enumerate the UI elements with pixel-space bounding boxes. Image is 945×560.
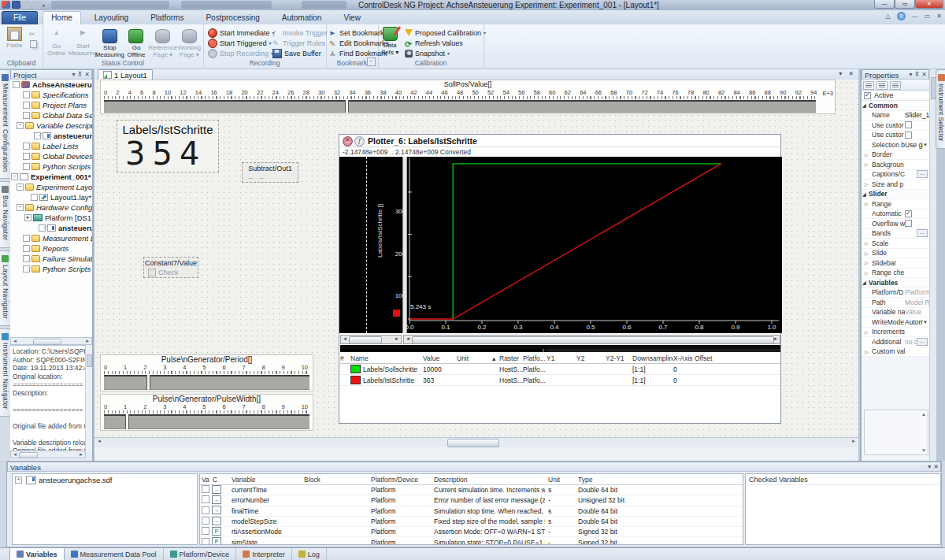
close-icon[interactable]: ✕ bbox=[915, 0, 943, 9]
panel-close-icon[interactable]: ✕ bbox=[84, 71, 90, 79]
variable-checkbox-icon[interactable] bbox=[202, 517, 209, 525]
property-row[interactable]: Path Model Root/Sc ▼ … bbox=[862, 298, 929, 308]
tree-expander-icon[interactable] bbox=[23, 91, 30, 98]
property-row[interactable]: Use custor ▼ … bbox=[862, 131, 929, 141]
property-row[interactable]: Size and p ▼ … bbox=[862, 180, 929, 190]
bottom-tab[interactable]: Log bbox=[292, 548, 327, 560]
active-property-row[interactable]: ✓ Active bbox=[862, 91, 929, 101]
calibration-button[interactable]: Refresh Values bbox=[405, 38, 486, 48]
tree-item[interactable]: ▸ Platform [DS1 bbox=[10, 213, 92, 223]
status-control-button[interactable]: Start Measuring bbox=[70, 29, 95, 58]
pulsewidth-slider-track[interactable] bbox=[104, 414, 309, 429]
property-row[interactable]: Captions/C ▼ … bbox=[862, 170, 929, 180]
variable-row[interactable]: P rtiAssertionMode Platform Assertion Mo… bbox=[200, 527, 743, 537]
status-control-button[interactable]: Go Online bbox=[44, 29, 69, 58]
property-row[interactable]: Overflow w ▼ … bbox=[862, 219, 929, 229]
period-slider-track[interactable] bbox=[104, 375, 309, 390]
property-row[interactable]: Custom val ▼ … bbox=[862, 347, 929, 358]
variable-row[interactable]: P simState Platform Simulation state: ST… bbox=[200, 537, 743, 545]
signal-column-header[interactable]: ▴ bbox=[492, 354, 499, 362]
ribbon-tab[interactable]: Automation bbox=[273, 11, 331, 24]
ribbon-collapse-icon[interactable]: △ bbox=[886, 13, 891, 20]
tree-expander-icon[interactable] bbox=[23, 265, 30, 273]
record-indicator-icon[interactable] bbox=[343, 136, 353, 146]
property-row[interactable]: Additional no connecti ▼ … bbox=[862, 337, 929, 347]
plot-pane-divider[interactable] bbox=[402, 157, 407, 333]
tree-expander-icon[interactable] bbox=[31, 194, 38, 201]
tree-expander-icon[interactable] bbox=[23, 102, 30, 109]
recording-button[interactable]: Trigger Rules bbox=[272, 38, 332, 48]
categorized-view-icon[interactable] bbox=[863, 81, 874, 90]
info-vscrollbar[interactable] bbox=[85, 345, 92, 451]
tree-expander-icon[interactable] bbox=[23, 255, 30, 262]
tree-expander-icon[interactable]: − bbox=[17, 122, 24, 129]
signal-column-header[interactable]: Unit bbox=[457, 354, 492, 362]
app-icon[interactable] bbox=[2, 1, 10, 9]
signal-column-header[interactable]: # bbox=[340, 354, 350, 362]
plot-main-hscrollbar[interactable]: ◄► bbox=[403, 335, 780, 344]
period-slider-instrument[interactable]: Pulse\nGenerator/Period[] 012345678910 bbox=[100, 354, 313, 391]
canvas-hscrollbar[interactable]: ◄ ► bbox=[94, 437, 858, 447]
tree-expander-icon[interactable]: − bbox=[17, 184, 24, 191]
tree-item[interactable]: Python Scripts bbox=[10, 264, 92, 274]
property-row[interactable]: Use custor ▼ … bbox=[862, 121, 929, 131]
panel-menu-icon[interactable]: ▾ bbox=[928, 463, 931, 471]
panel-menu-icon[interactable]: ▾ bbox=[909, 71, 912, 79]
sollpos-slider-handle[interactable] bbox=[345, 100, 349, 113]
tree-expander-icon[interactable] bbox=[23, 163, 30, 170]
variable-checkbox-icon[interactable] bbox=[202, 506, 209, 514]
property-row[interactable]: Slide ▼ … bbox=[862, 249, 929, 259]
navigator-tab[interactable]: Instrument Navigator bbox=[0, 328, 11, 417]
signal-column-header[interactable]: Y2 bbox=[576, 354, 606, 362]
pulsewidth-slider-instrument[interactable]: Pulse\nGenerator/PulseWidth[] 0123456789… bbox=[100, 394, 313, 431]
panel-pin-icon[interactable]: ⊼ bbox=[914, 71, 919, 79]
redo-icon[interactable] bbox=[32, 1, 41, 9]
navigator-tab[interactable]: Layout Navigator bbox=[0, 250, 11, 326]
istschritte-display-instrument[interactable]: Labels/IstSchritte 354 bbox=[117, 120, 219, 172]
checkbox-icon[interactable] bbox=[148, 269, 156, 276]
property-row[interactable]: Automatic ▼ … bbox=[862, 210, 929, 220]
tree-item[interactable]: Measurement Data bbox=[10, 233, 92, 243]
tree-expander-icon[interactable]: − bbox=[17, 204, 24, 211]
sollpos-slider-track[interactable] bbox=[104, 100, 816, 113]
scroll-down-icon[interactable]: ▼ bbox=[921, 448, 926, 453]
ribbon-tab[interactable]: Layouting bbox=[86, 11, 137, 24]
tree-item[interactable]: − Experiment Layouts bbox=[10, 182, 92, 192]
recording-button[interactable]: Start Immediate ▾ bbox=[208, 28, 275, 38]
save-icon[interactable] bbox=[12, 1, 20, 9]
property-ellipsis-button[interactable]: … bbox=[917, 338, 928, 346]
info-hscrollbar[interactable]: ◄ ► bbox=[10, 451, 86, 458]
signal-column-header[interactable]: Platfo... bbox=[523, 354, 547, 362]
signal-column-header[interactable]: Raster bbox=[499, 354, 523, 362]
property-row[interactable]: WriteMode Automatic ▼ … bbox=[862, 317, 929, 328]
child-restore-icon[interactable]: ▭ bbox=[925, 13, 931, 20]
tree-item[interactable]: Project Plans bbox=[10, 100, 92, 110]
tree-expander-icon[interactable] bbox=[23, 245, 30, 252]
ribbon-tab[interactable]: File bbox=[2, 11, 38, 24]
property-row[interactable]: Scale ▼ … bbox=[862, 239, 929, 249]
active-checkbox-icon[interactable]: ✓ bbox=[864, 92, 871, 99]
tree-expander-icon[interactable] bbox=[23, 235, 30, 242]
property-checkbox-icon[interactable] bbox=[905, 220, 912, 227]
bookmark-dialog-launcher-icon[interactable]: ⌐ bbox=[367, 57, 376, 66]
property-checkbox-icon[interactable] bbox=[905, 210, 912, 217]
variable-row[interactable]: → modelStepSize Platform Fixed step size… bbox=[200, 517, 743, 527]
plot-left-hscrollbar[interactable]: ◄► bbox=[340, 335, 402, 344]
instrument-selector-tab[interactable]: Instrument Selector bbox=[936, 69, 945, 149]
project-tree-hscrollbar[interactable]: ◄ ► bbox=[10, 337, 92, 345]
tree-item[interactable]: − Variable Descriptions bbox=[10, 121, 92, 131]
signal-column-header[interactable]: Y1 bbox=[547, 354, 576, 362]
variable-checkbox-icon[interactable] bbox=[202, 538, 209, 545]
recording-button[interactable]: Invoke Trigger ▾ bbox=[272, 28, 332, 38]
tree-item[interactable]: Reports bbox=[10, 243, 92, 254]
time-cursor-line[interactable] bbox=[366, 157, 367, 333]
property-row[interactable]: Selection b Use global ▼ … bbox=[862, 140, 929, 150]
calibration-button[interactable]: Proposed Calibration ▾ bbox=[405, 28, 486, 38]
bottom-tab[interactable]: Measurement Data Pool bbox=[65, 548, 164, 560]
navigator-tab[interactable]: Measurement Configuration bbox=[0, 69, 11, 179]
bottom-tab[interactable]: Platform/Device bbox=[164, 548, 237, 560]
property-row[interactable]: Platform/D Platform ▼ … bbox=[862, 288, 929, 299]
tree-expander-icon[interactable] bbox=[23, 153, 30, 160]
property-ellipsis-button[interactable]: … bbox=[917, 229, 928, 237]
copy-icon[interactable] bbox=[30, 40, 37, 48]
